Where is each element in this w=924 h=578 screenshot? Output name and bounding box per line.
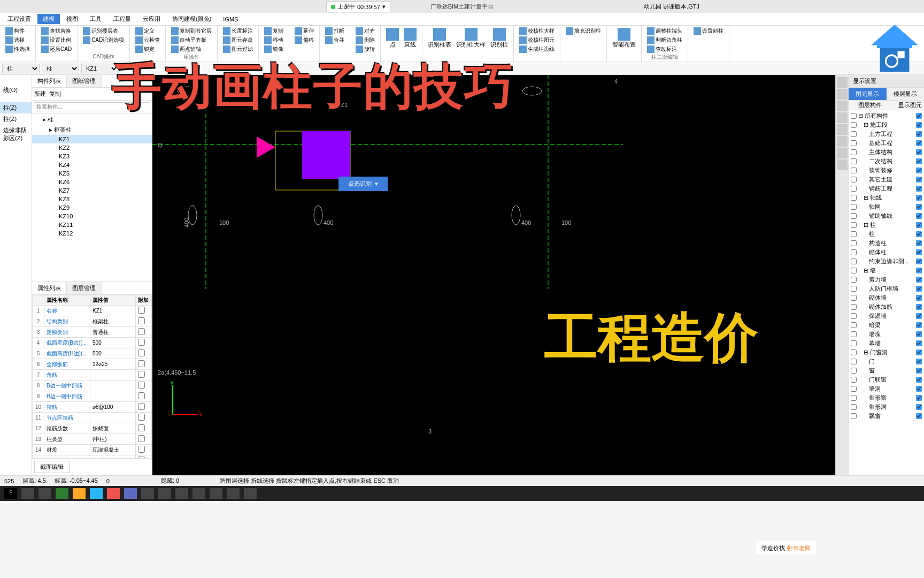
menu-云应用[interactable]: 云应用 — [137, 14, 166, 24]
tree-item-KZ11[interactable]: KZ11 — [32, 220, 152, 229]
tree-item-KZ4[interactable]: KZ4 — [32, 161, 152, 169]
table-row[interactable]: 8B边一侧中部筋 — [33, 381, 152, 391]
ribbon-查找替换[interactable]: 查找替换 — [39, 27, 74, 35]
table-row[interactable]: 3定额类别普通柱 — [33, 327, 152, 338]
ribbon-图元过滤[interactable]: 图元过滤 — [221, 45, 255, 54]
tree-item-KZ2[interactable]: KZ2 — [32, 143, 152, 152]
tree-item-KZ7[interactable]: KZ7 — [32, 186, 152, 195]
ribbon-云检查[interactable]: 云检查 — [133, 36, 162, 44]
ribbon-图元存盘[interactable]: 图元存盘 — [221, 36, 255, 44]
ribbon-智能布置[interactable]: 智能布置 — [610, 27, 638, 50]
table-row[interactable]: 6全部纵筋12⌀25 — [33, 359, 152, 370]
ribbon-识别柱[interactable]: 识别柱 — [488, 27, 510, 50]
taskbar-icon[interactable] — [175, 488, 188, 499]
display-item[interactable]: ⊟ 墙 — [849, 266, 924, 275]
tree-item-KZ12[interactable]: KZ12 — [32, 229, 152, 238]
display-item[interactable]: 土方工程 — [849, 130, 924, 139]
menu-工程量[interactable]: 工程量 — [108, 14, 136, 24]
display-item[interactable]: 墙垛 — [849, 330, 924, 339]
menu-IGMS[interactable]: IGMS — [218, 15, 243, 24]
menu-工程设置[interactable]: 工程设置 — [2, 14, 36, 24]
type-select[interactable]: 柱 — [42, 64, 79, 73]
table-row[interactable]: 9H边一侧中部筋 — [33, 391, 152, 402]
ribbon-填充识别柱[interactable]: 填充识别柱 — [564, 27, 603, 35]
tree-item-KZ6[interactable]: KZ6 — [32, 178, 152, 186]
ribbon-设置比例[interactable]: 设置比例 — [39, 36, 74, 44]
table-row[interactable]: 5截面高度(H边)(...500 — [33, 348, 152, 359]
display-item[interactable]: 窗 — [849, 366, 924, 375]
start-button[interactable]: ○ — [4, 488, 17, 499]
view-tool-icon[interactable] — [837, 112, 848, 123]
table-row[interactable]: 2结构类别框架柱 — [33, 316, 152, 327]
tab-properties[interactable]: 属性列表 — [32, 282, 67, 294]
tab-floor-display[interactable]: 楼层显示 — [887, 88, 925, 100]
ribbon-复制[interactable]: 复制 — [262, 27, 286, 35]
tab-layer-mgmt[interactable]: 图层管理 — [67, 282, 102, 294]
display-item[interactable]: ⊟ 施工段 — [849, 120, 924, 130]
ribbon-点[interactable]: 点 — [384, 27, 401, 50]
ribbon-选择[interactable]: 选择 — [3, 36, 32, 44]
tree-item-KZ8[interactable]: KZ8 — [32, 195, 152, 203]
taskbar-icon[interactable] — [38, 488, 51, 499]
view-tool-icon[interactable] — [837, 101, 848, 111]
menu-工具[interactable]: 工具 — [84, 14, 107, 24]
ribbon-镜像[interactable]: 镜像 — [262, 45, 286, 54]
taskbar-icon[interactable] — [141, 488, 154, 499]
display-item[interactable]: 二次结构 — [849, 157, 924, 166]
ribbon-校核柱图元[interactable]: 校核柱图元 — [517, 36, 557, 44]
tab-drawing-mgmt[interactable]: 图纸管理 — [67, 75, 102, 87]
tree-item-KZ1[interactable]: KZ1 — [32, 135, 152, 143]
ribbon-查改标注[interactable]: 查改标注 — [645, 45, 684, 54]
display-item[interactable]: 幕墙 — [849, 339, 924, 348]
ribbon-识别楼层表[interactable]: 识别楼层表 — [81, 27, 126, 35]
tab-element-display[interactable]: 图元显示 — [849, 88, 887, 100]
nav-item[interactable]: 柱(Z) — [0, 113, 32, 125]
display-item[interactable]: 其它土建 — [849, 175, 924, 184]
display-item[interactable]: 保温墙 — [849, 311, 924, 321]
ribbon-调整柱端头[interactable]: 调整柱端头 — [645, 27, 684, 35]
ribbon-合并[interactable]: 合并 — [323, 36, 346, 44]
ribbon-偏移[interactable]: 偏移 — [292, 36, 316, 44]
view-tool-icon[interactable] — [837, 89, 848, 100]
view-tool-icon[interactable] — [837, 77, 848, 88]
taskbar-icon[interactable] — [210, 488, 222, 499]
display-item[interactable]: 带形窗 — [849, 393, 924, 402]
display-item[interactable]: 带形洞 — [849, 402, 924, 412]
ribbon-判断边角柱[interactable]: 判断边角柱 — [645, 36, 684, 44]
display-item[interactable]: 飘窗 — [849, 412, 924, 421]
tree-item-KZ5[interactable]: KZ5 — [32, 169, 152, 178]
ribbon-还原CAD[interactable]: 还原CAD — [39, 45, 74, 54]
ribbon-对齐[interactable]: 对齐 — [353, 27, 377, 35]
display-item[interactable]: ⊟ 所有构件 — [849, 111, 924, 120]
display-item[interactable]: 门联窗 — [849, 375, 924, 384]
display-item[interactable]: 剪力墙 — [849, 275, 924, 284]
ribbon-两点辅轴[interactable]: 两点辅轴 — [169, 45, 214, 54]
tree-item-KZ10[interactable]: KZ10 — [32, 212, 152, 220]
display-item[interactable]: 砌体柱 — [849, 248, 924, 257]
ribbon-自动平齐板[interactable]: 自动平齐板 — [169, 36, 214, 44]
layer-select[interactable]: 柱 — [2, 64, 40, 73]
view-tool-icon[interactable] — [837, 124, 848, 135]
display-item[interactable]: 人防门框墙 — [849, 284, 924, 293]
table-row[interactable]: 7角筋 — [33, 370, 152, 381]
display-item[interactable]: 构造柱 — [849, 239, 924, 248]
display-item[interactable]: 钢筋工程 — [849, 184, 924, 193]
taskbar-icon[interactable] — [90, 488, 103, 499]
ribbon-长度标注[interactable]: 长度标注 — [221, 27, 255, 35]
menu-协同建模(限免)[interactable]: 协同建模(限免) — [167, 14, 217, 24]
nav-item[interactable]: 边缘非阴影区(Z) — [0, 125, 32, 144]
copy-button[interactable]: 复制 — [49, 90, 61, 98]
display-item[interactable]: 约束边缘非阴... — [849, 257, 924, 266]
float-tool[interactable]: 点选识别 ▾ — [338, 177, 388, 191]
chevron-down-icon[interactable]: ▾ — [382, 3, 386, 10]
ribbon-CAD识别选项[interactable]: CAD识别选项 — [81, 36, 126, 44]
ribbon-定义[interactable]: 定义 — [133, 27, 162, 35]
tree-item-KZ3[interactable]: KZ3 — [32, 152, 152, 161]
display-item[interactable]: 砌体加筋 — [849, 302, 924, 311]
taskbar-icon[interactable] — [107, 488, 120, 499]
ribbon-复制到其它层[interactable]: 复制到其它层 — [169, 27, 214, 35]
ribbon-识别柱大样[interactable]: 识别柱大样 — [454, 27, 488, 50]
ribbon-生成柱边线[interactable]: 生成柱边线 — [517, 45, 557, 54]
ribbon-旋转[interactable]: 旋转 — [353, 45, 377, 54]
tab-component-list[interactable]: 构件列表 — [32, 75, 67, 87]
